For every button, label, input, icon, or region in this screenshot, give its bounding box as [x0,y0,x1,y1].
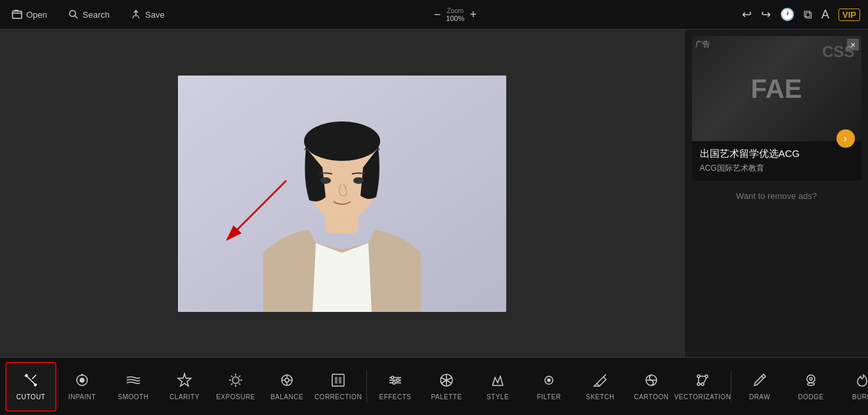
tool-correction[interactable]: CORRECTION [313,362,364,412]
search-icon [68,9,79,20]
balance-label: BALANCE [271,393,303,401]
zoom-control: − Zoom 100% + [434,7,477,22]
svg-point-56 [697,383,700,385]
svg-line-44 [446,378,452,380]
svg-point-37 [397,379,399,382]
svg-line-59 [704,378,706,383]
open-label: Open [26,10,47,20]
svg-point-53 [697,375,700,378]
filter-label: FILTER [537,393,561,401]
zoom-in-button[interactable]: + [469,9,477,20]
ad-close-button[interactable]: ✕ [847,39,859,51]
canvas-area [0,30,684,357]
zoom-label: Zoom 100% [446,7,464,22]
svg-point-48 [548,379,550,382]
clarity-icon [177,372,192,391]
svg-point-55 [701,383,704,385]
save-label: Save [145,10,165,20]
dodge-icon [803,372,819,391]
tool-exposure[interactable]: EXPOSURE [210,362,261,412]
tool-balance[interactable]: BALANCE [261,362,313,412]
bottom-toolbar: CUTOUT INPAINT SMOOTH CLARITY EXPOSURE B… [0,357,868,415]
tool-smooth[interactable]: SMOOTH [108,362,159,412]
svg-point-63 [810,378,812,380]
svg-point-25 [285,378,289,382]
tool-clarity[interactable]: CLARITY [159,362,210,412]
style-label: STYLE [487,393,509,401]
photo-display [178,76,506,312]
svg-line-42 [442,380,447,383]
save-icon [131,9,141,20]
exposure-icon [228,372,244,391]
ad-text: 出国艺术留学优选ACG ACG国际艺术教育 [692,141,861,181]
toolbar-right: ↩ ↪ 🕐 ⧉ A VIP [742,7,860,22]
tool-divider [366,370,367,403]
tool-burn[interactable]: BURN [836,362,868,412]
effects-label: EFFECTS [379,393,411,401]
right-panel: 广告 ✕ 出国艺术留学优选ACG ACG国际艺术教育 › Want to rem… [684,30,868,357]
smooth-icon [125,372,141,391]
svg-point-9 [353,177,364,184]
palette-icon [439,372,454,391]
tool-cartoon[interactable]: CARTOON [626,362,677,412]
svg-point-14 [81,374,83,376]
smooth-label: SMOOTH [118,393,149,401]
svg-point-36 [391,376,394,379]
tool-palette[interactable]: PALETTE [421,362,472,412]
redo-button[interactable]: ↪ [761,7,771,22]
exposure-label: EXPOSURE [216,393,255,401]
tool-effects[interactable]: EFFECTS [370,362,421,412]
tool-inpaint[interactable]: INPAINT [56,362,108,412]
vip-badge[interactable]: VIP [838,9,860,21]
cutout-label: CUTOUT [16,393,45,401]
photo-container [178,76,506,312]
svg-rect-30 [332,374,344,386]
inpaint-icon [74,372,90,391]
vectorization-label: VECTORIZATION [674,393,731,401]
translate-button[interactable]: A [821,8,829,22]
search-label: Search [83,10,110,20]
tool-sketch[interactable]: SKETCH [575,362,626,412]
svg-point-38 [393,382,395,384]
search-button[interactable]: Search [64,7,114,22]
undo-button[interactable]: ↩ [742,7,752,22]
effects-icon [387,372,403,391]
svg-line-20 [231,376,232,377]
vectorization-icon [695,372,710,391]
svg-line-2 [75,16,77,18]
svg-line-61 [762,376,764,378]
ad-next-button[interactable]: › [836,129,855,148]
tool-style[interactable]: STYLE [472,362,523,412]
svg-point-54 [705,375,708,378]
tool-draw[interactable]: DRAW [734,362,785,412]
palette-label: PALETTE [431,393,462,401]
svg-line-50 [603,374,606,377]
dodge-label: DODGE [798,393,823,401]
open-icon [12,9,22,20]
tool-vectorization[interactable]: VECTORIZATION [677,362,728,412]
tool-cutout[interactable]: CUTOUT [5,362,56,412]
svg-line-43 [441,378,446,380]
ad-title: 出国艺术留学优选ACG [700,148,854,160]
inpaint-label: INPAINT [68,393,96,401]
burn-icon [854,372,868,391]
history-button[interactable]: 🕐 [780,7,794,22]
tool-divider [731,370,731,403]
ad-banner: 广告 ✕ 出国艺术留学优选ACG ACG国际艺术教育 › [692,36,861,181]
tool-filter[interactable]: FILTER [523,362,575,412]
draw-icon [752,372,768,391]
balance-icon [279,372,295,391]
remove-ads-text: Want to remove ads? [736,191,817,201]
zoom-out-button[interactable]: − [434,9,441,20]
svg-rect-31 [335,377,337,383]
svg-point-62 [807,375,815,383]
correction-label: CORRECTION [315,393,362,401]
open-button[interactable]: Open [8,7,51,22]
svg-line-21 [239,383,240,385]
clarity-label: CLARITY [169,393,200,401]
svg-rect-32 [339,377,341,383]
save-button[interactable]: Save [127,7,169,22]
tool-dodge[interactable]: DODGE [785,362,836,412]
ad-image: 广告 ✕ [692,36,861,141]
layers-button[interactable]: ⧉ [804,8,812,22]
